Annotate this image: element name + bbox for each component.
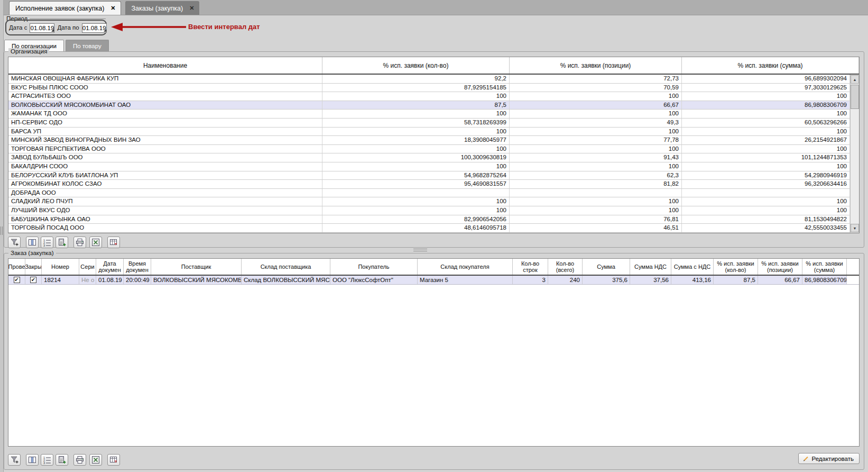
- org-cell-pos: 77,78: [510, 136, 682, 144]
- order-column-header[interactable]: Поставщик: [151, 259, 242, 275]
- org-cell-sum: 54,2980946919: [682, 171, 850, 180]
- tab-orders[interactable]: Заказы (закупка) ✕: [125, 1, 200, 15]
- order-column-header[interactable]: Кол-во строк: [513, 259, 548, 275]
- org-table-row[interactable]: ТОРГОВЫЙ ПОСАД ООО48,614609571846,5142,5…: [8, 224, 850, 233]
- order-cell-supplier_warehouse: Склад ВОЛКОВЫССКИЙ МЯСОК: [242, 276, 330, 284]
- org-table-row[interactable]: МИНСКАЯ ОВОЩНАЯ ФАБРИКА КУП92,272,7396,6…: [8, 75, 850, 84]
- org-cell-qty: 100: [322, 128, 510, 136]
- org-table-row[interactable]: БАРСА УП100100100: [8, 128, 850, 137]
- org-table-header: Наименование % исп. заявки (кол-во) % ис…: [8, 57, 859, 75]
- org-table-row[interactable]: СЛАДКИЙ ЛЕО ПЧУП100100100: [8, 197, 850, 206]
- order-column-header[interactable]: % исп. заявки (позиции): [758, 259, 802, 275]
- column-view-button[interactable]: [26, 237, 39, 248]
- org-table-row[interactable]: БАКАЛДРИН СООО100100100: [8, 162, 850, 171]
- checkbox-checked[interactable]: ✔: [30, 277, 36, 283]
- order-column-header[interactable]: Сумма с НДС: [671, 259, 714, 275]
- edit-button[interactable]: Редактировать: [798, 453, 860, 464]
- excel-export-icon: [91, 238, 100, 247]
- org-cell-pos: 100: [510, 92, 682, 101]
- order-column-header[interactable]: % исп. заявки (кол-во): [714, 259, 758, 275]
- order-column-header[interactable]: Сумма: [583, 259, 630, 275]
- calculator-button[interactable]: [56, 454, 68, 466]
- org-column-header-name[interactable]: Наименование: [8, 57, 322, 74]
- date-to-input[interactable]: [82, 23, 107, 33]
- order-table: ПровеЗакрыНомерСериДата докуменВремя док…: [8, 258, 860, 447]
- org-table-row[interactable]: ВКУС РЫБЫ ПЛЮС СООО87,929515418570,5997,…: [8, 84, 850, 93]
- filter-add-button[interactable]: [8, 454, 21, 466]
- org-column-header-qty[interactable]: % исп. заявки (кол-во): [322, 57, 510, 74]
- org-table-row[interactable]: НП-СЕРВИС ОДО58,731826939949,360,5063296…: [8, 119, 850, 128]
- org-cell-pos: 49,3: [510, 119, 682, 127]
- tab-request-execution[interactable]: Исполнение заявок (закупка) ✕: [9, 1, 121, 15]
- org-cell-qty: 82,9906542056: [322, 215, 510, 224]
- order-column-header[interactable]: % исп. заявки (сумма): [802, 259, 847, 275]
- checkbox-checked[interactable]: ✔: [14, 277, 20, 283]
- org-table-scrollbar[interactable]: ▲ ▼: [850, 75, 859, 233]
- org-table-row[interactable]: ТОРГОВАЯ ПЕРСПЕКТИВА ООО100100100: [8, 145, 850, 154]
- org-cell-sum: 100: [682, 92, 850, 101]
- org-cell-name: МИНСКИЙ ЗАВОД ВИНОГРАДНЫХ ВИН ЗАО: [8, 136, 322, 144]
- order-cell-supplier: ВОЛКОВЫССКИЙ МЯСОКОМБИ: [151, 276, 242, 284]
- filter-add-button[interactable]: [8, 237, 21, 248]
- excel-export-button[interactable]: [89, 454, 102, 466]
- print-button[interactable]: [73, 237, 86, 248]
- org-cell-pos: 100: [510, 145, 682, 153]
- order-table-row[interactable]: ✔✔18214Не о01.08.1920:00:49ВОЛКОВЫССКИЙ …: [8, 276, 859, 285]
- org-column-header-sum[interactable]: % исп. заявки (сумма): [682, 57, 859, 74]
- order-column-header[interactable]: Кол-во (всего): [548, 259, 583, 275]
- org-table-row[interactable]: АГРОКОМБИНАТ КОЛОС СЗАО95,469083155781,8…: [8, 180, 850, 189]
- order-cell-time: 20:00:49: [124, 276, 151, 284]
- order-column-header[interactable]: Дата докумен: [96, 259, 124, 275]
- grid-settings-button[interactable]: [107, 454, 120, 466]
- document-tab-bar: Исполнение заявок (закупка) ✕ Заказы (за…: [4, 0, 868, 15]
- left-splitter-grip[interactable]: [1, 226, 3, 235]
- org-cell-pos: 72,73: [510, 75, 682, 83]
- org-cell-pos: 62,3: [510, 171, 682, 180]
- org-table-row[interactable]: ВОЛКОВЫССКИЙ МЯСОКОМБИНАТ ОАО87,566,6786…: [8, 101, 850, 110]
- org-table-row[interactable]: ЖАМАНАК ТД ООО100100100: [8, 110, 850, 119]
- scroll-thumb[interactable]: [851, 85, 859, 109]
- org-table-row[interactable]: ЛУЧШИЙ ВКУС ОДО100100100: [8, 206, 850, 215]
- order-column-header[interactable]: Сумма НДС: [630, 259, 671, 275]
- order-cell-line_count: 3: [513, 276, 548, 284]
- org-table-row[interactable]: ЗАВОД БУЛЬБАШЪ ООО100,300963081991,43101…: [8, 153, 850, 162]
- org-cell-qty: 54,9682875264: [322, 171, 510, 180]
- order-column-header[interactable]: Закры: [25, 259, 42, 275]
- calculator-button[interactable]: [56, 237, 68, 248]
- scroll-up-button[interactable]: ▲: [851, 75, 859, 84]
- horizontal-splitter-grip[interactable]: [413, 249, 427, 251]
- numbered-list-button[interactable]: 123: [41, 237, 53, 248]
- org-table-row[interactable]: ДОБРАДА ООО: [8, 189, 850, 198]
- close-icon[interactable]: ✕: [110, 5, 115, 11]
- column-view-button[interactable]: [26, 454, 39, 466]
- org-cell-qty: 58,7318269399: [322, 119, 510, 127]
- date-to-wrap: [82, 23, 107, 33]
- order-column-header[interactable]: Склад покупателя: [418, 259, 513, 275]
- grid-settings-button[interactable]: [107, 237, 120, 248]
- org-table-row[interactable]: АСТРАСИНТЕЗ ООО100100100: [8, 92, 850, 101]
- org-table-row[interactable]: БАБУШКИНА КРЫНКА ОАО82,990654205676,8181…: [8, 215, 850, 224]
- numbered-list-button[interactable]: 123: [41, 454, 53, 466]
- excel-export-button[interactable]: [89, 237, 102, 248]
- order-column-header[interactable]: Покупатель: [330, 259, 418, 275]
- org-cell-sum: 100: [682, 145, 850, 153]
- tab-by-product[interactable]: По товару: [66, 40, 109, 51]
- order-section: Заказ (закупка) ПровеЗакрыНомерСериДата …: [4, 253, 864, 470]
- org-table-row[interactable]: МИНСКИЙ ЗАВОД ВИНОГРАДНЫХ ВИН ЗАО18,3908…: [8, 136, 850, 145]
- numbered-list-icon: 123: [43, 456, 51, 464]
- print-button[interactable]: [73, 454, 86, 466]
- order-column-header[interactable]: Склад поставщика: [242, 259, 330, 275]
- close-icon[interactable]: ✕: [189, 5, 194, 11]
- order-column-header[interactable]: Прове: [8, 259, 25, 275]
- date-from-input[interactable]: [30, 23, 54, 33]
- order-column-header[interactable]: Сери: [79, 259, 96, 275]
- org-column-header-pos[interactable]: % исп. заявки (позиции): [510, 57, 682, 74]
- org-cell-name: ЗАВОД БУЛЬБАШЪ ООО: [8, 153, 322, 162]
- org-table-row[interactable]: БЕЛОРУССКИЙ КЛУБ БИАТЛОНА УП54,968287526…: [8, 171, 850, 180]
- org-cell-sum: 96,3206634416: [682, 180, 850, 188]
- order-column-header[interactable]: Время докумен: [124, 259, 151, 275]
- scroll-down-button[interactable]: ▼: [851, 224, 859, 232]
- org-cell-name: БАРСА УП: [8, 128, 322, 136]
- order-column-header[interactable]: Номер: [42, 259, 79, 275]
- left-splitter[interactable]: [0, 0, 4, 472]
